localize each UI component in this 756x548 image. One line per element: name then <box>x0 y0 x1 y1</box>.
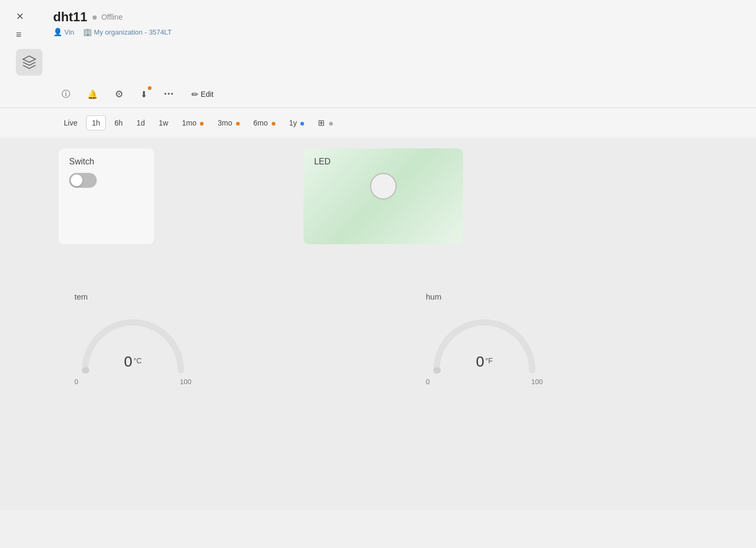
time-filter-1mo[interactable]: 1mo <box>177 116 209 130</box>
edit-button[interactable]: ✏ Edit <box>188 87 217 102</box>
tem-range-min: 0 <box>74 378 78 386</box>
dot-orange-6mo <box>272 122 275 126</box>
download-button[interactable]: ⬇ <box>137 87 150 102</box>
tem-value-number: 0 <box>124 353 132 370</box>
hum-value-number: 0 <box>476 353 484 370</box>
hum-gauge-value: 0 °F <box>476 353 493 370</box>
status-dot <box>93 15 97 20</box>
tem-gauge-range: 0 100 <box>74 378 191 386</box>
led-circle[interactable] <box>370 173 397 200</box>
hamburger-icon[interactable]: ≡ <box>16 30 43 39</box>
settings-button[interactable]: ⚙ <box>112 86 127 102</box>
org-name[interactable]: My organization - 3574LT <box>94 28 172 36</box>
top-bar: ✕ ≡ dht11 Offline 👤 Vin 🏢 My org <box>0 0 756 81</box>
widgets-row: Switch LED <box>58 148 740 244</box>
toggle-track <box>69 173 97 188</box>
edit-icon: ✏ <box>191 89 198 99</box>
time-filter-6mo[interactable]: 6mo <box>248 116 281 130</box>
tem-gauge-value: 0 °C <box>124 353 141 370</box>
hum-gauge-wrapper: 0 °F <box>426 306 543 376</box>
dot-blue-1y <box>300 122 304 126</box>
dot-orange-3mo <box>236 122 240 126</box>
time-filter-1y[interactable]: 1y <box>284 116 310 130</box>
tem-range-max: 100 <box>180 378 191 386</box>
download-badge <box>148 86 152 90</box>
sidebar-icons: ✕ ≡ <box>16 10 43 76</box>
user-name[interactable]: Vin <box>64 28 74 36</box>
time-filter-6h[interactable]: 6h <box>109 116 128 130</box>
tem-value-unit: °C <box>133 356 142 365</box>
hum-gauge-title: hum <box>426 292 441 301</box>
header-title-row: dht11 Offline <box>53 10 172 24</box>
tem-gauge-container: tem 0 °C 0 100 <box>58 292 207 386</box>
header-meta: 👤 Vin 🏢 My organization - 3574LT <box>53 28 172 36</box>
user-icon: 👤 <box>53 28 62 36</box>
offline-status: Offline <box>93 12 123 22</box>
hum-gauge-container: hum 0 °F 0 100 <box>410 292 559 386</box>
building-icon: 🏢 <box>83 28 92 36</box>
hum-gauge-range: 0 100 <box>426 378 543 386</box>
toggle-thumb <box>71 175 82 186</box>
more-button[interactable]: ••• <box>161 88 178 100</box>
time-filter-1w[interactable]: 1w <box>153 116 173 130</box>
tem-gauge-title: tem <box>74 292 88 301</box>
gauges-row: tem 0 °C 0 100 hum <box>58 292 740 396</box>
switch-widget: Switch <box>58 148 154 244</box>
toolbar: ⓘ 🔔 ⚙ ⬇ ••• ✏ Edit <box>0 81 756 108</box>
info-button[interactable]: ⓘ <box>58 87 73 102</box>
time-filter-bar: Live 1h 6h 1d 1w 1mo 3mo 6mo 1y ⊞ <box>0 108 756 138</box>
led-widget: LED <box>304 148 463 244</box>
user-meta: 👤 Vin <box>53 28 74 36</box>
org-meta: 🏢 My organization - 3574LT <box>83 28 172 36</box>
close-icon[interactable]: ✕ <box>16 12 43 21</box>
device-name: dht11 <box>53 10 87 24</box>
status-label: Offline <box>101 13 122 21</box>
hum-range-min: 0 <box>426 378 430 386</box>
dot-orange-1mo <box>200 122 204 126</box>
edit-label: Edit <box>201 90 214 98</box>
dot-gray-custom <box>329 122 333 126</box>
header-info: dht11 Offline 👤 Vin 🏢 My organization - … <box>53 10 172 36</box>
time-filter-1h[interactable]: 1h <box>86 115 106 130</box>
tem-gauge-wrapper: 0 °C <box>74 306 191 376</box>
main-content: Switch LED tem <box>0 138 756 510</box>
time-filter-live[interactable]: Live <box>58 116 83 130</box>
switch-toggle[interactable] <box>69 173 97 188</box>
time-filter-1d[interactable]: 1d <box>131 116 150 130</box>
hum-range-max: 100 <box>531 378 543 386</box>
switch-label: Switch <box>69 157 144 167</box>
hum-value-unit: °F <box>485 356 493 365</box>
time-filter-3mo[interactable]: 3mo <box>212 116 245 130</box>
bell-button[interactable]: 🔔 <box>84 87 101 102</box>
led-label: LED <box>314 157 452 167</box>
device-icon <box>16 49 43 76</box>
time-filter-custom[interactable]: ⊞ <box>313 115 338 130</box>
